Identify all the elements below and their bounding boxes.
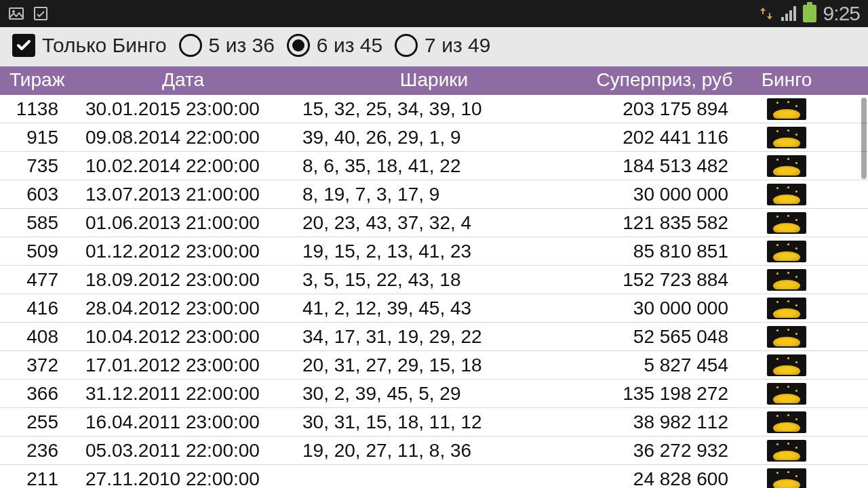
cell-prize: 152 723 884 (576, 268, 753, 292)
sync-icon (758, 5, 774, 22)
cell-bingo (753, 97, 821, 121)
cell-draw: 477 (0, 268, 75, 292)
cell-balls: 8, 6, 35, 18, 41, 22 (292, 154, 576, 178)
cell-date: 01.12.2012 23:00:00 (75, 239, 292, 264)
cell-bingo (753, 268, 821, 292)
cell-balls (292, 478, 576, 481)
cell-bingo (753, 125, 821, 150)
cell-balls: 19, 15, 2, 13, 41, 23 (292, 239, 576, 264)
filter-bar: Только Бинго 5 из 36 6 из 45 7 из 49 (0, 27, 868, 66)
cell-bingo (753, 296, 821, 321)
bingo-gold-icon (767, 468, 806, 489)
cell-date: 10.02.2014 22:00:00 (75, 154, 292, 178)
table-row[interactable]: 50901.12.2012 23:00:0019, 15, 2, 13, 41,… (0, 237, 868, 266)
table-row[interactable]: 60313.07.2013 21:00:008, 19, 7, 3, 17, 9… (0, 180, 868, 209)
cell-date: 05.03.2011 22:00:00 (75, 439, 292, 463)
table-row[interactable]: 91509.08.2014 22:00:0039, 40, 26, 29, 1,… (0, 123, 868, 152)
cell-draw: 255 (0, 410, 75, 434)
table-body[interactable]: 113830.01.2015 23:00:0015, 32, 25, 34, 3… (0, 95, 868, 488)
battery-icon (803, 5, 816, 22)
results-table: Тираж Дата Шарики Суперприз, руб Бинго 1… (0, 66, 868, 488)
cell-draw: 1138 (0, 97, 75, 121)
bingo-gold-icon (767, 127, 806, 148)
radio-7-of-49[interactable]: 7 из 49 (395, 34, 490, 57)
bingo-only-checkbox[interactable]: Только Бинго (12, 34, 167, 57)
radio-label: 5 из 36 (209, 34, 275, 57)
cell-draw: 603 (0, 182, 75, 207)
cell-balls: 41, 2, 12, 39, 45, 43 (292, 296, 576, 321)
cell-draw: 509 (0, 239, 75, 264)
table-row[interactable]: 41628.04.2012 23:00:0041, 2, 12, 39, 45,… (0, 294, 868, 323)
header-draw[interactable]: Тираж (0, 69, 75, 91)
table-row[interactable]: 40810.04.2012 23:00:0034, 17, 31, 19, 29… (0, 323, 868, 351)
cell-bingo (753, 154, 821, 178)
table-row[interactable]: 25516.04.2011 23:00:0030, 31, 15, 18, 11… (0, 408, 868, 436)
bingo-gold-icon (767, 212, 806, 234)
header-prize[interactable]: Суперприз, руб (576, 69, 753, 91)
cell-balls: 15, 32, 25, 34, 39, 10 (292, 97, 576, 121)
radio-label: 7 из 49 (425, 34, 490, 57)
header-bingo[interactable]: Бинго (753, 69, 821, 91)
cell-draw: 416 (0, 296, 75, 321)
cell-prize: 121 835 582 (576, 211, 753, 235)
cell-bingo (753, 382, 821, 406)
bingo-gold-icon (767, 354, 806, 376)
cell-bingo (753, 439, 821, 463)
bingo-gold-icon (767, 155, 806, 177)
checkbox-checked-icon (12, 34, 35, 57)
header-balls[interactable]: Шарики (292, 69, 576, 91)
cell-bingo (753, 211, 821, 235)
bingo-gold-icon (767, 298, 806, 319)
cell-prize: 24 828 600 (576, 467, 753, 489)
cell-bingo (753, 410, 821, 434)
cell-date: 09.08.2014 22:00:00 (75, 125, 292, 150)
bingo-gold-icon (767, 411, 806, 433)
cell-prize: 5 827 454 (576, 353, 753, 378)
bingo-gold-icon (767, 241, 806, 262)
cell-draw: 366 (0, 382, 75, 406)
cell-prize: 30 000 000 (576, 296, 753, 321)
cell-prize: 36 272 932 (576, 439, 753, 463)
cell-date: 10.04.2012 23:00:00 (75, 325, 292, 349)
cell-date: 01.06.2013 21:00:00 (75, 211, 292, 235)
cell-date: 31.12.2011 22:00:00 (75, 382, 292, 406)
table-row[interactable]: 47718.09.2012 23:00:003, 5, 15, 22, 43, … (0, 266, 868, 294)
cell-prize: 52 565 048 (576, 325, 753, 349)
bingo-gold-icon (767, 98, 806, 120)
cell-bingo (753, 467, 821, 489)
cell-date: 18.09.2012 23:00:00 (75, 268, 292, 292)
bingo-only-label: Только Бинго (42, 34, 167, 57)
radio-5-of-36[interactable]: 5 из 36 (179, 34, 275, 57)
table-row[interactable]: 73510.02.2014 22:00:008, 6, 35, 18, 41, … (0, 152, 868, 180)
cell-draw: 372 (0, 353, 75, 378)
cell-bingo (753, 353, 821, 378)
cell-draw: 915 (0, 125, 75, 150)
table-row[interactable]: 36631.12.2011 22:00:0030, 2, 39, 45, 5, … (0, 380, 868, 408)
cell-bingo (753, 239, 821, 264)
table-row[interactable]: 23605.03.2011 22:00:0019, 20, 27, 11, 8,… (0, 436, 868, 465)
table-row[interactable]: 37217.01.2012 23:00:0020, 31, 27, 29, 15… (0, 351, 868, 380)
bingo-gold-icon (767, 326, 806, 348)
bingo-gold-icon (767, 269, 806, 291)
cell-balls: 30, 2, 39, 45, 5, 29 (292, 382, 576, 406)
bingo-gold-icon (767, 383, 806, 405)
cell-draw: 408 (0, 325, 75, 349)
status-bar: 9:25 (0, 0, 868, 27)
cell-draw: 236 (0, 439, 75, 463)
table-row[interactable]: 58501.06.2013 21:00:0020, 23, 43, 37, 32… (0, 209, 868, 237)
scrollbar-thumb[interactable] (861, 98, 867, 179)
table-row[interactable]: 21127.11.2010 22:00:0024 828 600 (0, 465, 868, 488)
cell-prize: 30 000 000 (576, 182, 753, 207)
svg-point-1 (12, 10, 15, 13)
cell-draw: 211 (0, 467, 75, 489)
bingo-gold-icon (767, 440, 806, 462)
table-row[interactable]: 113830.01.2015 23:00:0015, 32, 25, 34, 3… (0, 95, 868, 123)
radio-selected-icon (287, 34, 310, 57)
cell-draw: 585 (0, 211, 75, 235)
cell-date: 16.04.2011 23:00:00 (75, 410, 292, 434)
radio-6-of-45[interactable]: 6 из 45 (287, 34, 382, 57)
cell-prize: 38 982 112 (576, 410, 753, 434)
cell-date: 13.07.2013 21:00:00 (75, 182, 292, 207)
header-date[interactable]: Дата (75, 69, 292, 91)
cell-bingo (753, 182, 821, 207)
